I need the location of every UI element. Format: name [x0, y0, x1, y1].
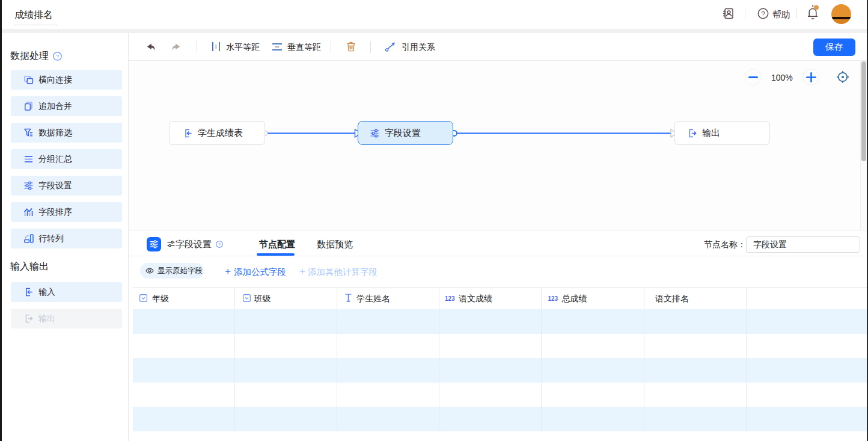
svg-text:?: ?: [218, 242, 221, 247]
svg-text:?: ?: [761, 10, 765, 17]
svg-text:?: ?: [56, 53, 59, 60]
